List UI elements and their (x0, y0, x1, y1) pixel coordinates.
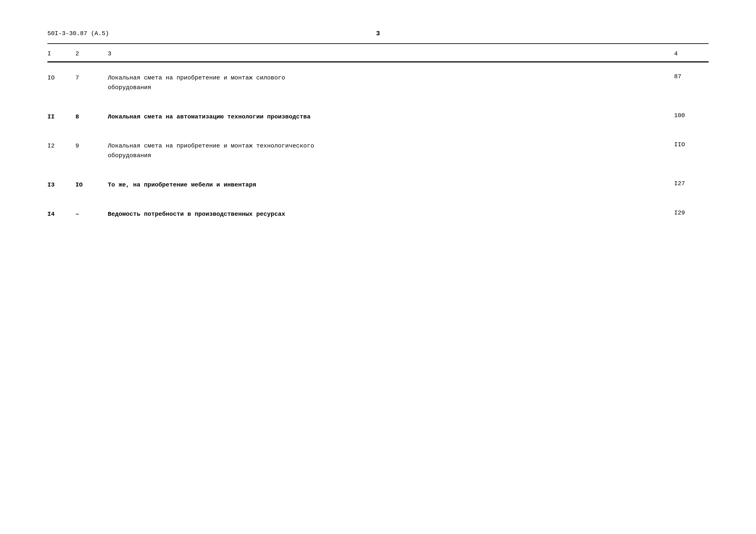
col3-header: 3 (103, 50, 670, 57)
row0-col3: Локальная смета на приобретение и монтаж… (103, 73, 670, 92)
table-header-row: I 2 3 4 (47, 44, 709, 63)
row4-col1: I4 (47, 210, 73, 219)
page-number: 3 (376, 30, 380, 37)
row2-col2: 9 (73, 141, 103, 151)
row1-col1: II (47, 112, 73, 122)
row3-col2: IO (73, 180, 103, 190)
table-row: IO 7 Локальная смета на приобретение и м… (47, 63, 709, 101)
row2-col3: Локальная смета на приобретение и монтаж… (103, 141, 670, 161)
table-row: II 8 Локальная смета на автоматизацию те… (47, 101, 709, 131)
table-row: I4 – Ведомость потребности в производств… (47, 199, 709, 228)
row0-col2: 7 (73, 73, 103, 83)
row4-col3: Ведомость потребности в производственных… (103, 210, 670, 219)
row3-col3: То же, на приобретение мебели и инвентар… (103, 180, 670, 190)
col4-header: 4 (670, 50, 709, 57)
col2-header: 2 (73, 50, 103, 57)
page: 50I-3-30.87 (А.5) 3 I 2 3 4 IO (0, 0, 756, 534)
row0-col4: 87 (670, 73, 709, 80)
row0-col1: IO (47, 73, 73, 83)
page-header: 50I-3-30.87 (А.5) 3 (47, 30, 709, 37)
row1-col2: 8 (73, 112, 103, 122)
row2-col1: I2 (47, 141, 73, 151)
row4-col2: – (73, 210, 103, 219)
row3-col4: I27 (670, 180, 709, 187)
table-row: I3 IO То же, на приобретение мебели и ин… (47, 169, 709, 199)
row1-col3: Локальная смета на автоматизацию техноло… (103, 112, 670, 122)
document-code: 50I-3-30.87 (А.5) (47, 30, 109, 37)
row4-col4: I29 (670, 210, 709, 216)
col1-header: I (47, 50, 73, 57)
table-row: I2 9 Локальная смета на приобретение и м… (47, 131, 709, 169)
row2-col4: IIO (670, 141, 709, 148)
main-table: I 2 3 4 IO 7 Локальная смета на приобрет… (47, 44, 709, 228)
row3-col1: I3 (47, 180, 73, 190)
row1-col4: 100 (670, 112, 709, 119)
